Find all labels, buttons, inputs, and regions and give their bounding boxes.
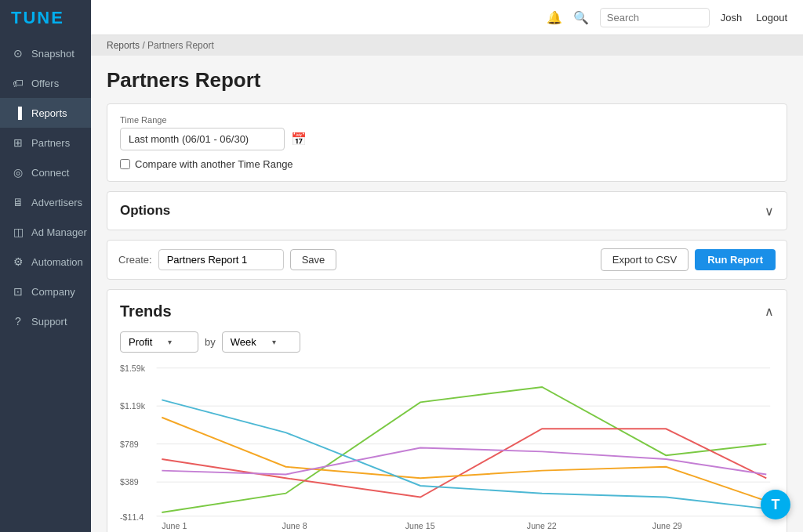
run-report-button[interactable]: Run Report — [695, 249, 776, 270]
time-range-label: Time Range — [120, 115, 774, 125]
sidebar-label-partners: Partners — [31, 137, 70, 149]
partners-icon: ⊞ — [11, 136, 25, 149]
reports-icon: ▐ — [11, 107, 25, 119]
sidebar-label-snapshot: Snapshot — [31, 48, 74, 60]
breadcrumb: Reports / Partners Report — [91, 35, 803, 56]
svg-text:June 29: June 29 — [652, 521, 682, 530]
compare-checkbox-wrap: Compare with another Time Range — [120, 158, 774, 170]
create-wrap: Create: Save — [118, 249, 336, 270]
options-header[interactable]: Options ∨ — [107, 192, 787, 230]
svg-text:June 1: June 1 — [162, 521, 187, 530]
ad_manager-icon: ◫ — [11, 226, 25, 238]
export-csv-button[interactable]: Export to CSV — [601, 248, 689, 271]
sidebar-item-partners[interactable]: ⊞ Partners — [0, 128, 91, 157]
sidebar-label-company: Company — [31, 286, 75, 298]
company-icon: ⊡ — [11, 285, 25, 298]
sidebar-item-automation[interactable]: ⚙ Automation — [0, 247, 91, 277]
svg-text:$789: $789 — [120, 440, 139, 449]
svg-text:$1.59k: $1.59k — [120, 364, 146, 373]
user-name: Josh — [721, 12, 742, 24]
sidebar-label-advertisers: Advertisers — [31, 197, 82, 208]
offers-icon: 🏷 — [11, 77, 25, 89]
sidebar-item-reports[interactable]: ▐ Reports — [0, 98, 91, 128]
support-icon: ? — [11, 315, 25, 328]
metric-dropdown-arrow: ▾ — [168, 338, 172, 346]
create-label: Create: — [118, 254, 152, 266]
sidebar-label-connect: Connect — [31, 167, 69, 179]
time-range-input-wrap: 📅 — [120, 128, 774, 150]
sidebar-item-offers[interactable]: 🏷 Offers — [0, 68, 91, 98]
trends-controls: Profit ▾ by Week ▾ — [120, 331, 774, 353]
chevron-down-icon: ∨ — [765, 204, 774, 219]
sidebar-item-snapshot[interactable]: ⊙ Snapshot — [0, 38, 91, 68]
trends-title: Trends — [120, 302, 172, 320]
sidebar: TUNE ⊙ Snapshot🏷 Offers▐ Reports⊞ Partne… — [0, 0, 91, 532]
sidebar-nav: ⊙ Snapshot🏷 Offers▐ Reports⊞ Partners◎ C… — [0, 38, 91, 336]
trends-section: Trends ∧ Profit ▾ by Week ▾ — [107, 289, 787, 532]
sidebar-item-company[interactable]: ⊡ Company — [0, 277, 91, 306]
metric-label: Profit — [129, 336, 152, 348]
options-title: Options — [120, 203, 170, 219]
svg-text:$1.19k: $1.19k — [120, 401, 146, 411]
page-body: Partners Report Time Range 📅 Compare wit… — [91, 56, 803, 532]
sidebar-label-offers: Offers — [31, 78, 59, 89]
period-dropdown-arrow: ▾ — [272, 338, 276, 346]
page-title: Partners Report — [107, 68, 787, 92]
time-range-input[interactable] — [120, 128, 285, 150]
advertisers-icon: 🖥 — [11, 196, 25, 208]
svg-text:$389: $389 — [120, 477, 139, 487]
options-section: Options ∨ — [107, 191, 787, 230]
calendar-icon[interactable]: 📅 — [291, 132, 307, 147]
tune-logo: TUNE — [11, 8, 64, 28]
tune-fab-button[interactable]: T — [761, 490, 790, 519]
sidebar-label-automation: Automation — [31, 256, 83, 268]
bell-icon[interactable]: 🔔 — [547, 10, 562, 25]
automation-icon: ⚙ — [11, 255, 25, 268]
right-actions: Export to CSV Run Report — [601, 248, 776, 271]
by-label: by — [205, 336, 216, 348]
compare-checkbox[interactable] — [120, 159, 130, 169]
logo-area: TUNE — [0, 0, 91, 35]
metric-dropdown[interactable]: Profit ▾ — [120, 331, 198, 353]
compare-label: Compare with another Time Range — [135, 158, 293, 170]
svg-text:June 8: June 8 — [282, 521, 307, 530]
svg-text:June 22: June 22 — [527, 521, 557, 530]
sidebar-item-connect[interactable]: ◎ Connect — [0, 157, 91, 187]
sidebar-label-support: Support — [31, 316, 67, 328]
sidebar-label-reports: Reports — [31, 107, 67, 119]
snapshot-icon: ⊙ — [11, 47, 25, 60]
search-input[interactable] — [600, 8, 710, 27]
trends-chart: $1.59k $1.19k $789 $389 -$11.4 June 1 — [120, 360, 774, 532]
search-icon[interactable]: 🔍 — [573, 10, 589, 25]
save-button[interactable]: Save — [290, 249, 337, 270]
sidebar-item-ad_manager[interactable]: ◫ Ad Manager — [0, 217, 91, 247]
sidebar-item-advertisers[interactable]: 🖥 Advertisers — [0, 187, 91, 217]
breadcrumb-parent[interactable]: Reports — [107, 40, 140, 51]
svg-text:-$11.4: -$11.4 — [120, 512, 144, 522]
content-area: Reports / Partners Report Partners Repor… — [91, 35, 803, 532]
time-range-section: Time Range 📅 Compare with another Time R… — [107, 103, 787, 182]
sidebar-item-support[interactable]: ? Support — [0, 306, 91, 336]
period-dropdown[interactable]: Week ▾ — [222, 331, 300, 353]
breadcrumb-current: Partners Report — [147, 40, 214, 51]
chart-wrap: $1.59k $1.19k $789 $389 -$11.4 June 1 — [120, 360, 774, 532]
connect-icon: ◎ — [11, 166, 25, 179]
action-bar: Create: Save Export to CSV Run Report — [107, 240, 787, 280]
trends-collapse-icon[interactable]: ∧ — [765, 304, 774, 319]
svg-text:June 15: June 15 — [405, 521, 435, 530]
report-name-input[interactable] — [158, 249, 284, 270]
main-area: 🔔 🔍 Josh Logout Reports / Partners Repor… — [91, 0, 803, 532]
logout-button[interactable]: Logout — [756, 12, 787, 24]
period-label: Week — [231, 336, 256, 348]
top-header: 🔔 🔍 Josh Logout — [91, 0, 803, 35]
breadcrumb-separator: / — [142, 40, 144, 51]
trends-header: Trends ∧ — [120, 302, 774, 320]
sidebar-label-ad_manager: Ad Manager — [31, 226, 87, 238]
